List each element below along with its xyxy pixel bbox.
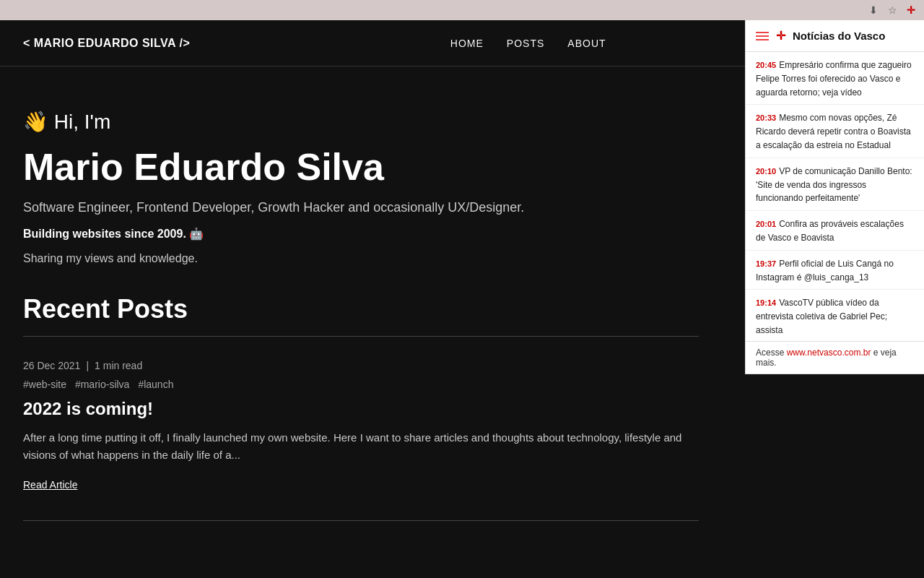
news-text-0: Empresário confirma que zagueiro Felipe … [756, 60, 912, 98]
news-time-3: 20:01 [756, 220, 776, 228]
read-article-link[interactable]: Read Article [23, 479, 77, 491]
hero-name: Mario Eduardo Silva [23, 145, 699, 189]
download-icon[interactable]: ⬇ [868, 4, 879, 16]
news-panel-header: ✛ Notícias do Vasco [746, 20, 924, 52]
post-tag-0[interactable]: #web-site [23, 379, 66, 390]
post-meta: 26 Dec 2021 | 1 min read [23, 360, 699, 371]
news-item-0[interactable]: 20:45Empresário confirma que zagueiro Fe… [746, 52, 924, 105]
post-tags: #web-site #mario-silva #launch [23, 379, 699, 390]
main-content: 👋 Hi, I'm Mario Eduardo Silva Software E… [0, 66, 722, 550]
news-panel-title: Notícias do Vasco [793, 30, 885, 42]
post-tag-1[interactable]: #mario-silva [75, 379, 129, 390]
nav-links: HOME POSTS ABOUT [450, 38, 606, 49]
hero-since: Building websites since 2009. 🤖 [23, 227, 699, 241]
news-text-3: Confira as prováveis escalações de Vasco… [756, 219, 904, 243]
nav-posts[interactable]: POSTS [507, 38, 544, 49]
post-date: 26 Dec 2021 [23, 360, 80, 371]
hero-subtitle: Software Engineer, Frontend Developer, G… [23, 200, 699, 215]
browser-bar: ⬇ ☆ ✛ [0, 0, 924, 20]
hero-greeting: 👋 Hi, I'm [23, 110, 699, 134]
post-title: 2022 is coming! [23, 399, 699, 419]
nav-home[interactable]: HOME [450, 38, 484, 49]
bottom-divider [23, 520, 699, 521]
news-footer-link[interactable]: www.netvasco.com.br [787, 348, 871, 358]
news-text-4: Perfil oficial de Luis Cangá no Instagra… [756, 259, 894, 282]
posts-divider [23, 336, 699, 337]
news-time-4: 19:37 [756, 259, 776, 268]
vasco-cross-icon: ✛ [776, 29, 785, 43]
news-item-2[interactable]: 20:10VP de comunicação Danillo Bento: 'S… [746, 158, 924, 211]
news-text-2: VP de comunicação Danillo Bento: 'Site d… [756, 166, 912, 204]
news-text-1: Mesmo com novas opções, Zé Ricardo dever… [756, 113, 911, 150]
post-read-time: 1 min read [95, 360, 142, 371]
hamburger-icon[interactable] [756, 32, 769, 40]
news-footer: Acesse www.netvasco.com.br e veja mais. [746, 341, 924, 374]
post-item: 26 Dec 2021 | 1 min read #web-site #mari… [23, 360, 699, 491]
news-time-2: 20:10 [756, 167, 776, 176]
extensions-icon[interactable]: ✛ [905, 4, 917, 16]
news-scroll-area[interactable]: 20:45Empresário confirma que zagueiro Fe… [746, 52, 924, 341]
post-tag-2[interactable]: #launch [138, 379, 173, 390]
news-item-4[interactable]: 19:37Perfil oficial de Luis Cangá no Ins… [746, 251, 924, 290]
star-icon[interactable]: ☆ [886, 4, 898, 16]
post-excerpt: After a long time putting it off, I fina… [23, 429, 699, 464]
news-time-0: 20:45 [756, 61, 776, 69]
news-item-1[interactable]: 20:33Mesmo com novas opções, Zé Ricardo … [746, 105, 924, 158]
recent-posts-title: Recent Posts [23, 294, 699, 324]
nav-about[interactable]: ABOUT [567, 38, 606, 49]
news-item-3[interactable]: 20:01Confira as prováveis escalações de … [746, 211, 924, 251]
hamburger-line-2 [756, 35, 769, 37]
news-time-5: 19:14 [756, 298, 776, 307]
hamburger-line-3 [756, 39, 769, 40]
news-item-5[interactable]: 19:14VascoTV pública vídeo da entrevista… [746, 290, 924, 341]
hamburger-line-1 [756, 32, 769, 33]
news-time-1: 20:33 [756, 113, 776, 122]
site-logo[interactable]: < MARIO EDUARDO SILVA /> [23, 37, 190, 50]
post-meta-sep: | [86, 360, 89, 371]
news-footer-prefix: Acesse [756, 348, 787, 358]
hero-sharing: Sharing my views and knowledge. [23, 252, 699, 265]
news-panel: ✛ Notícias do Vasco 20:45Empresário conf… [745, 20, 924, 374]
